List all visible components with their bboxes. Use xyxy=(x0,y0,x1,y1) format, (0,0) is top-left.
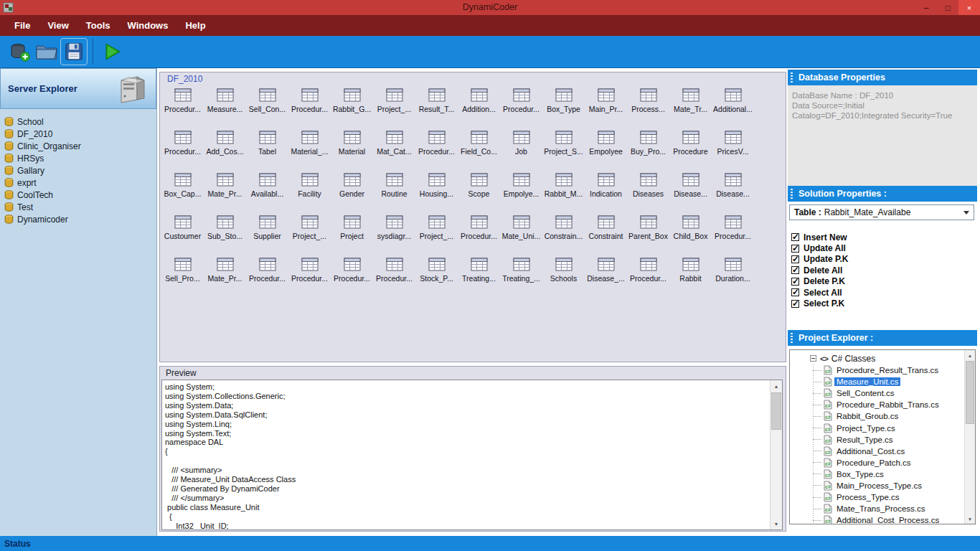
tree-file-item[interactable]: c# Sell_Content.cs xyxy=(813,387,975,399)
tree-file-item[interactable]: c# Procedure_Result_Trans.cs xyxy=(813,364,975,376)
preview-scrollbar[interactable]: ▲ ▼ xyxy=(770,380,782,529)
table-item[interactable]: PricesV... xyxy=(712,127,754,169)
table-item[interactable]: Box_Cap... xyxy=(161,169,204,212)
table-item[interactable]: Add_Cos... xyxy=(204,127,246,169)
database-item[interactable]: CoolTech xyxy=(4,189,156,201)
table-item[interactable]: Process... xyxy=(627,85,669,127)
checkbox-icon[interactable] xyxy=(791,255,799,263)
checkbox-option[interactable]: Update All xyxy=(791,242,848,253)
table-item[interactable]: Box_Type xyxy=(542,85,585,127)
table-item[interactable]: Disease... xyxy=(669,169,712,212)
table-item[interactable]: Material_... xyxy=(288,127,331,169)
tree-file-item[interactable]: c# Procedure_Rabbit_Trans.cs xyxy=(813,399,975,410)
table-item[interactable]: Sell_Con... xyxy=(246,85,288,127)
tree-file-item[interactable]: c# Rabbit_Groub.cs xyxy=(813,410,975,422)
table-item[interactable]: Sub_Sto... xyxy=(204,212,246,254)
table-item[interactable]: Housing... xyxy=(415,169,458,212)
table-item[interactable]: Buy_Pro... xyxy=(627,127,669,169)
menu-item[interactable]: Help xyxy=(176,20,214,31)
table-item[interactable]: Mate_Tr... xyxy=(669,85,712,127)
checkbox-option[interactable]: Insert New xyxy=(791,232,848,242)
tree-file-item[interactable]: c# Procedure_Patch.cs xyxy=(813,457,975,468)
table-item[interactable]: Procedur... xyxy=(161,127,204,169)
maximize-button[interactable]: □ xyxy=(937,0,958,15)
table-item[interactable]: Schools xyxy=(542,254,585,296)
table-item[interactable]: Treating... xyxy=(458,254,500,296)
tree-file-item[interactable]: c# Measure_Unit.cs xyxy=(813,376,975,387)
database-item[interactable]: HRSys xyxy=(4,152,156,164)
database-item[interactable]: Dynamicoder xyxy=(4,213,156,225)
table-item[interactable]: Child_Box xyxy=(669,212,712,254)
checkbox-option[interactable]: Select P.K xyxy=(791,298,848,309)
table-item[interactable]: Procedur... xyxy=(415,127,458,169)
table-item[interactable]: Project_... xyxy=(415,212,458,254)
checkbox-icon[interactable] xyxy=(791,266,799,274)
scroll-thumb[interactable] xyxy=(966,361,974,424)
open-folder-button[interactable] xyxy=(33,38,60,65)
table-item[interactable]: Mate_Pr... xyxy=(204,169,246,212)
table-item[interactable]: Indication xyxy=(585,169,627,212)
table-item[interactable]: Mate_Pr... xyxy=(204,254,246,296)
table-item[interactable]: Field_Co... xyxy=(458,127,500,169)
table-item[interactable]: Measure... xyxy=(204,85,246,127)
menu-item[interactable]: View xyxy=(39,20,77,31)
collapse-icon[interactable] xyxy=(810,355,816,362)
checkbox-option[interactable]: Select All xyxy=(791,287,848,298)
table-item[interactable]: Facility xyxy=(288,169,331,212)
table-item[interactable]: Additional... xyxy=(712,85,754,127)
database-item[interactable]: exprt xyxy=(4,176,156,189)
table-item[interactable]: Result_T... xyxy=(415,85,458,127)
minimize-button[interactable]: – xyxy=(915,0,937,15)
table-item[interactable]: Treating_... xyxy=(500,254,542,296)
code-preview-box[interactable]: using System; using System.Collections.G… xyxy=(161,380,783,530)
scroll-thumb[interactable] xyxy=(771,392,781,430)
table-item[interactable]: Disease_... xyxy=(585,254,627,296)
table-item[interactable]: Job xyxy=(500,127,542,169)
table-item[interactable]: Procedure xyxy=(669,127,712,169)
table-item[interactable]: Stock_P... xyxy=(415,254,458,296)
table-item[interactable]: Main_Pr... xyxy=(585,85,627,127)
table-item[interactable]: Procedur... xyxy=(627,254,669,296)
table-item[interactable]: Diseases xyxy=(627,169,669,212)
scroll-up-icon[interactable]: ▲ xyxy=(965,350,975,360)
checkbox-icon[interactable] xyxy=(791,233,799,241)
menu-item[interactable]: File xyxy=(6,20,39,31)
table-item[interactable]: Procedur... xyxy=(712,212,754,254)
tree-file-item[interactable]: c# Project_Type.cs xyxy=(813,422,975,433)
table-item[interactable]: Project_... xyxy=(373,85,415,127)
checkbox-option[interactable]: Update P.K xyxy=(791,254,848,265)
tree-scrollbar[interactable]: ▲ ▼ xyxy=(964,350,975,524)
checkbox-icon[interactable] xyxy=(791,300,799,308)
scroll-down-icon[interactable]: ▼ xyxy=(965,514,975,524)
checkbox-icon[interactable] xyxy=(791,245,799,253)
table-item[interactable]: Procedur... xyxy=(458,212,500,254)
table-item[interactable]: Material xyxy=(331,127,373,169)
table-item[interactable]: Rabbit xyxy=(669,254,712,296)
database-item[interactable]: Clinic_Organiser xyxy=(4,140,156,152)
tree-root[interactable]: <> C# Classes xyxy=(790,352,975,364)
table-item[interactable]: Custoumer xyxy=(161,212,204,254)
database-item[interactable]: Test xyxy=(4,201,156,213)
tree-file-item[interactable]: c# Additional_Cost_Process.cs xyxy=(813,514,975,524)
close-button[interactable]: × xyxy=(958,0,980,15)
checkbox-option[interactable]: Delete All xyxy=(791,265,848,276)
table-item[interactable]: Mat_Cat... xyxy=(373,127,415,169)
tree-file-item[interactable]: c# Additional_Cost.cs xyxy=(813,446,975,457)
run-button[interactable] xyxy=(98,38,126,65)
new-database-button[interactable] xyxy=(6,38,33,65)
database-item[interactable]: School xyxy=(4,116,156,128)
table-item[interactable]: Gender xyxy=(331,169,373,212)
menu-item[interactable]: Windows xyxy=(119,20,177,31)
table-item[interactable]: Project xyxy=(331,212,373,254)
database-item[interactable]: Gallary xyxy=(4,164,156,176)
table-item[interactable]: Routine xyxy=(373,169,415,212)
checkbox-icon[interactable] xyxy=(791,288,799,296)
table-item[interactable]: Scope xyxy=(458,169,500,212)
database-item[interactable]: DF_2010 xyxy=(4,128,156,140)
tree-file-item[interactable]: c# Result_Type.cs xyxy=(813,434,975,446)
tree-file-item[interactable]: c# Mate_Trans_Process.cs xyxy=(813,503,975,514)
tree-file-item[interactable]: c# Process_Type.cs xyxy=(813,491,975,503)
table-item[interactable]: Project_S... xyxy=(542,127,585,169)
table-item[interactable]: Parent_Box xyxy=(627,212,669,254)
table-item[interactable]: Constrain... xyxy=(542,212,585,254)
